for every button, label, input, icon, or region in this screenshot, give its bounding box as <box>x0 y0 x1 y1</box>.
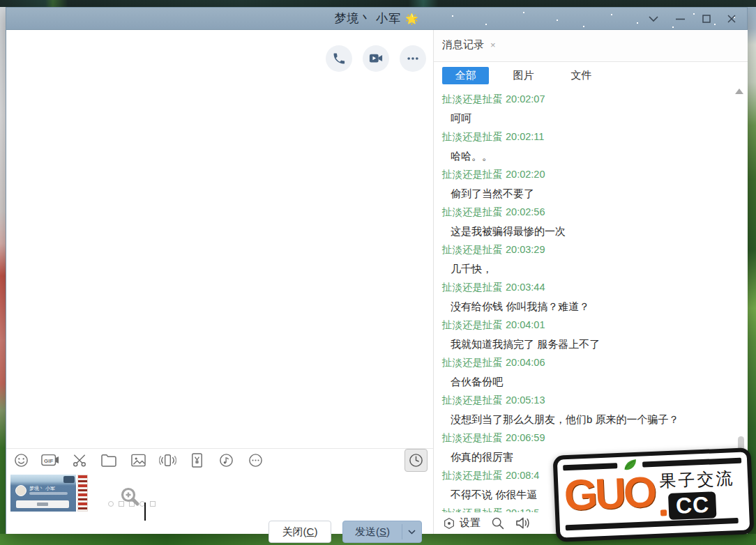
chat-panel: GIF <box>6 30 433 534</box>
text-caret <box>144 502 146 521</box>
music-share-button[interactable] <box>217 451 235 469</box>
stamp-suffix: CC <box>668 491 717 520</box>
collapse-chevron-button[interactable] <box>642 8 665 30</box>
message-text: 没有给你钱 你叫我搞？难道？ <box>434 297 735 316</box>
tab-all[interactable]: 全部 <box>442 67 489 84</box>
input-area[interactable]: 梦境丶 小军 <box>10 475 88 512</box>
send-image-button[interactable] <box>129 451 147 469</box>
history-header: 消息记录 × <box>434 30 748 62</box>
message-sender-time: 扯淡还是扯蛋 20:02:11 <box>434 128 735 146</box>
send-options-dropdown[interactable] <box>402 530 421 535</box>
smiley-icon <box>13 452 29 468</box>
stamp-side-text: 果子交流 <box>659 467 735 492</box>
pasted-profile-card-image[interactable]: 梦境丶 小军 <box>10 475 76 512</box>
history-message: 扯淡还是扯蛋 20:02:07 呵呵 <box>434 90 735 128</box>
history-message: 扯淡还是扯蛋 20:04:06 合伙备份吧 <box>434 353 735 391</box>
call-buttons <box>326 45 426 72</box>
sound-button[interactable] <box>515 516 531 530</box>
chat-title: 梦境丶 小军 🌟 <box>6 8 747 30</box>
history-message: 扯淡还是扯蛋 20:05:13 没想到当了那么久朋友，他们b 原来的一个骗子？ <box>434 391 735 429</box>
more-circle-icon <box>248 452 264 468</box>
more-actions-button[interactable] <box>400 45 426 72</box>
message-text: 偷到了当然不要了 <box>434 184 735 203</box>
message-sender-time: 扯淡还是扯蛋 20:02:20 <box>434 165 735 184</box>
scrollbar-up-arrow[interactable] <box>735 89 743 94</box>
zoom-cursor-icon <box>119 486 143 513</box>
message-sender-time: 扯淡还是扯蛋 20:06:59 <box>434 429 735 447</box>
search-button[interactable] <box>490 516 505 530</box>
send-file-button[interactable] <box>100 451 118 469</box>
watermark-stamp: GUO 果子交流 CC <box>553 447 755 542</box>
card-button <box>16 500 69 508</box>
maximize-button[interactable] <box>695 8 718 30</box>
desktop-edge-top <box>0 0 756 7</box>
toolbar-divider <box>6 448 433 449</box>
message-text: 没想到当了那么久朋友，他们b 原来的一个骗子？ <box>434 410 735 429</box>
message-sender-time: 扯淡还是扯蛋 20:02:07 <box>434 90 735 109</box>
search-icon <box>490 516 505 530</box>
ellipsis-icon <box>406 52 420 66</box>
history-message: 扯淡还是扯蛋 20:03:29 几千快， <box>434 240 735 278</box>
button-row: 关闭(C) 发送(S) <box>6 521 433 543</box>
history-tab-label: 消息记录 <box>442 38 484 52</box>
pasted-strip-image[interactable] <box>77 475 88 512</box>
music-note-icon <box>218 452 234 468</box>
more-tools-button[interactable] <box>246 451 264 469</box>
stamp-word: GUO <box>564 469 656 519</box>
message-sender-time: 扯淡还是扯蛋 20:04:01 <box>434 316 735 335</box>
message-text: 几千快， <box>434 259 735 278</box>
message-sender-time: 扯淡还是扯蛋 20:03:29 <box>434 240 735 259</box>
star-badge-icon: 🌟 <box>405 13 419 24</box>
image-icon <box>130 453 146 468</box>
close-button-window[interactable] <box>720 8 743 30</box>
gif-icon: GIF <box>41 452 59 468</box>
red-packet-button[interactable] <box>188 451 206 469</box>
settings-button[interactable]: 设置 <box>442 516 481 530</box>
settings-label: 设置 <box>460 516 481 530</box>
message-sender-time: 扯淡还是扯蛋 20:04:06 <box>434 353 735 372</box>
card-name: 梦境丶 小军 <box>29 485 55 492</box>
svg-text:GIF: GIF <box>44 458 53 464</box>
message-text: 哈哈。。 <box>434 146 735 165</box>
history-message: 扯淡还是扯蛋 20:02:56 这是我被骗得最惨的一次 <box>434 203 735 240</box>
gear-icon <box>442 516 456 530</box>
screenshot-button[interactable] <box>70 451 89 469</box>
emoji-button[interactable] <box>12 451 30 469</box>
speaker-icon <box>515 516 531 530</box>
message-sender-time: 扯淡还是扯蛋 20:05:13 <box>434 391 735 410</box>
send-button[interactable]: 发送(S) <box>342 521 422 543</box>
gif-button[interactable]: GIF <box>41 451 59 469</box>
stamp-dot <box>660 509 667 516</box>
tab-files[interactable]: 文件 <box>558 67 605 84</box>
title-bar[interactable]: 梦境丶 小军 🌟 <box>6 8 747 30</box>
desktop-edge-left <box>0 7 6 545</box>
voice-call-button[interactable] <box>326 45 352 72</box>
close-history-tab-icon[interactable]: × <box>490 40 496 50</box>
shake-phone-icon <box>159 452 176 468</box>
message-text: 呵呵 <box>434 109 735 128</box>
tab-message-history[interactable]: 消息记录 × <box>442 38 496 52</box>
close-chat-button[interactable]: 关闭(C) <box>269 521 331 543</box>
message-history-button[interactable] <box>405 449 428 472</box>
card-corner-badge <box>63 476 75 483</box>
card-subtext <box>29 492 68 495</box>
history-message: 扯淡还是扯蛋 20:02:20 偷到了当然不要了 <box>434 165 735 203</box>
clock-icon <box>408 452 424 468</box>
folder-icon <box>100 453 117 468</box>
phone-icon <box>332 52 346 66</box>
message-sender-time: 扯淡还是扯蛋 20:03:44 <box>434 278 735 297</box>
message-sender-time: 扯淡还是扯蛋 20:02:56 <box>434 203 735 222</box>
history-message: 扯淡还是扯蛋 20:04:01 我就知道我搞完了 服务器上不了 <box>434 316 735 353</box>
minimize-button[interactable] <box>668 8 692 30</box>
input-toolbar: GIF <box>12 451 264 469</box>
window-shake-button[interactable] <box>158 451 176 469</box>
chevron-down-icon <box>408 530 416 535</box>
screen: 梦境丶 小军 🌟 <box>0 0 756 545</box>
tab-images[interactable]: 图片 <box>500 67 547 84</box>
video-call-button[interactable] <box>363 45 389 72</box>
message-text: 我就知道我搞完了 服务器上不了 <box>434 335 735 353</box>
history-filter-tabs: 全部 图片 文件 <box>442 67 616 84</box>
yen-card-icon <box>190 452 204 468</box>
message-text: 这是我被骗得最惨的一次 <box>434 222 735 240</box>
video-camera-icon <box>368 52 384 66</box>
